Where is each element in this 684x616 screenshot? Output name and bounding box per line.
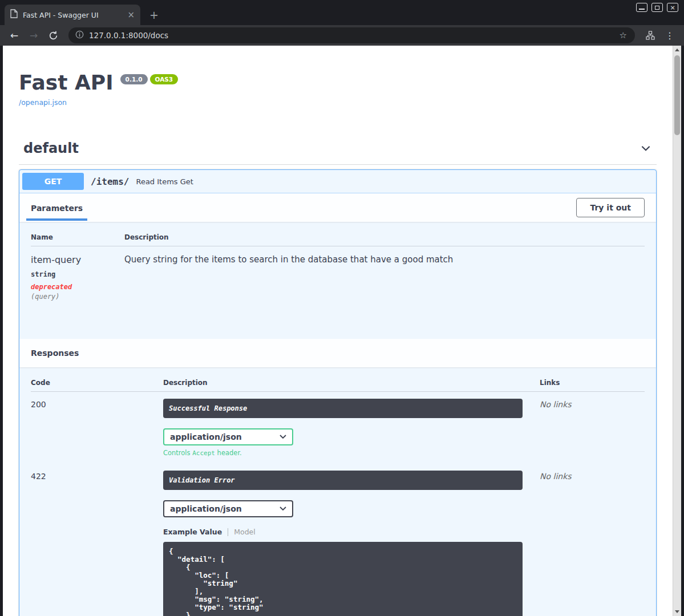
media-type-select-422[interactable]: application/json [163, 500, 293, 517]
responses-title: Responses [31, 348, 79, 358]
url-text: 127.0.0.1:8000/docs [89, 31, 168, 40]
openapi-spec-link[interactable]: /openapi.json [19, 98, 67, 107]
window-minimize-button[interactable] [636, 3, 647, 12]
bookmark-star-icon[interactable]: ☆ [615, 30, 632, 40]
parameter-description: Query string for the items to search in … [124, 254, 645, 265]
scroll-up-button[interactable] [673, 46, 681, 54]
media-type-select-200[interactable]: application/json [163, 428, 293, 445]
parameter-type: string [31, 270, 124, 278]
parameter-row: item-query string deprecated (query) Que… [31, 246, 645, 307]
response-description-box: Successful Response [163, 399, 523, 418]
extension-icon[interactable] [642, 31, 659, 40]
param-column-name: Name [31, 233, 124, 241]
forward-button[interactable]: → [25, 30, 42, 41]
window-controls: × [636, 3, 678, 12]
tab-close-icon[interactable]: × [127, 11, 135, 19]
parameters-tab[interactable]: Parameters [26, 195, 87, 221]
scroll-down-button[interactable] [673, 607, 681, 616]
response-description-box: Validation Error [163, 471, 523, 490]
tab-title: Fast API - Swagger UI [23, 11, 122, 19]
page-scrollbar[interactable] [673, 46, 681, 616]
browser-toolbar: ← → 127.0.0.1:8000/docs ☆ ⋮ [0, 25, 684, 46]
window-maximize-button[interactable] [651, 3, 663, 12]
address-bar[interactable]: 127.0.0.1:8000/docs ☆ [68, 27, 635, 43]
operation-summary[interactable]: GET /items/ Read Items Get [19, 170, 656, 193]
oas-badge: OAS3 [150, 74, 179, 84]
parameters-table: Name Description item-query string depre… [19, 222, 656, 339]
controls-accept-message: Controls Accept header. [163, 449, 540, 457]
parameters-header-bar: Parameters Try it out [19, 193, 656, 222]
browser-viewport: Fast API 0.1.0 OAS3 /openapi.json defaul… [3, 46, 681, 616]
swagger-ui-page: Fast API 0.1.0 OAS3 /openapi.json defaul… [3, 46, 681, 616]
responses-table: Code Description Links 200 Successful Re… [19, 367, 656, 616]
try-it-out-button[interactable]: Try it out [576, 198, 645, 217]
chevron-down-icon [280, 506, 286, 511]
parameter-deprecated-label: deprecated [31, 283, 124, 291]
tag-title: default [23, 140, 79, 156]
tab-divider [228, 528, 228, 536]
response-column-links: Links [540, 379, 645, 387]
window-close-button[interactable]: × [667, 3, 678, 12]
model-tab[interactable]: Model [234, 528, 256, 536]
tag-section-header[interactable]: default [19, 140, 657, 165]
example-json-block: { "detail": [ { "loc": [ "string" ], "ms… [163, 542, 523, 616]
back-button[interactable]: ← [6, 30, 23, 41]
new-tab-button[interactable]: + [147, 9, 161, 21]
responses-header-bar: Responses [19, 339, 656, 367]
api-title: Fast API [19, 71, 114, 94]
document-icon [10, 9, 18, 21]
reload-button[interactable] [44, 31, 62, 40]
operation-path: /items/ [91, 176, 129, 187]
menu-icon[interactable]: ⋮ [661, 30, 678, 41]
site-info-icon[interactable] [75, 30, 84, 41]
scrollbar-thumb[interactable] [674, 55, 680, 135]
operation-block-get-items: GET /items/ Read Items Get Parameters Tr… [19, 169, 657, 616]
collapse-chevron-icon[interactable] [640, 142, 652, 155]
response-code: 200 [31, 399, 163, 409]
response-links: No links [540, 471, 645, 481]
parameter-location: (query) [31, 293, 124, 301]
param-column-description: Description [124, 233, 645, 241]
http-method-badge: GET [22, 173, 84, 190]
media-type-value: application/json [170, 432, 242, 441]
browser-titlebar: Fast API - Swagger UI × + × [0, 0, 684, 25]
version-badge: 0.1.0 [120, 74, 148, 84]
response-links: No links [540, 399, 645, 409]
operation-description: Read Items Get [136, 177, 193, 186]
example-model-tabs: Example Value Model [163, 528, 540, 536]
parameter-name: item-query [31, 254, 124, 265]
response-row-422: 422 Validation Error application/json Ex… [31, 464, 645, 616]
example-value-tab[interactable]: Example Value [163, 528, 222, 536]
media-type-value: application/json [170, 504, 242, 513]
browser-tab[interactable]: Fast API - Swagger UI × [5, 5, 140, 25]
response-code: 422 [31, 471, 163, 481]
response-column-description: Description [163, 379, 540, 387]
chevron-down-icon [280, 435, 286, 439]
response-column-code: Code [31, 379, 163, 387]
api-info-section: Fast API 0.1.0 OAS3 /openapi.json [3, 46, 673, 107]
response-row-200: 200 Successful Response application/json… [31, 392, 645, 464]
